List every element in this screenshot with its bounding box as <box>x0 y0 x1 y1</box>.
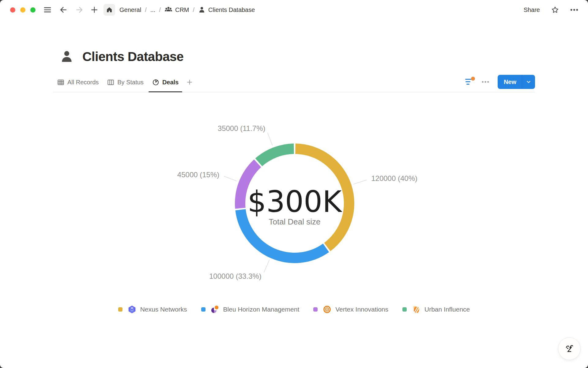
breadcrumb-ellipsis[interactable]: ... <box>150 6 156 13</box>
tab-by-status[interactable]: By Status <box>103 75 148 92</box>
page-options-button[interactable] <box>570 5 579 14</box>
breadcrumb-separator: / <box>145 6 147 13</box>
page-title[interactable]: Clients Database <box>82 49 183 64</box>
legend-swatch <box>201 307 205 312</box>
plus-icon <box>186 79 193 86</box>
favorite-button[interactable] <box>551 6 559 14</box>
sidebar-menu-button[interactable] <box>43 5 52 14</box>
legend-label: Vertex Innovations <box>335 306 388 313</box>
urban-influence-logo-icon <box>412 305 420 314</box>
filter-active-dot <box>471 77 475 81</box>
arrow-right-icon <box>75 5 84 14</box>
new-record-split-button: New <box>498 75 535 89</box>
breadcrumb-label: Clients Database <box>208 6 255 13</box>
window-topbar: General / ... / CRM / Clients Database S… <box>0 0 588 20</box>
legend-item-bleu-horizon-management[interactable]: Bleu Horizon Management <box>201 305 300 314</box>
view-tabs-bar: All Records By Status Deals <box>53 74 535 92</box>
breadcrumb-separator: / <box>159 6 161 13</box>
legend-label: Urban Influence <box>424 306 470 313</box>
breadcrumb-item-clients-database[interactable]: Clients Database <box>198 6 255 13</box>
home-icon <box>106 6 113 13</box>
slice-leader-line <box>264 260 270 273</box>
page-title-row: Clients Database <box>53 48 535 66</box>
plus-icon <box>90 6 99 14</box>
person-icon <box>198 6 205 13</box>
add-view-button[interactable] <box>183 74 196 92</box>
arrow-left-icon <box>59 5 68 14</box>
slice-leader-line <box>224 176 237 181</box>
people-icon <box>164 6 172 14</box>
ai-face-icon <box>563 343 575 355</box>
legend-label: Nexus Networks <box>140 306 187 313</box>
filter-sort-button[interactable] <box>465 78 474 86</box>
maximize-window-button[interactable] <box>30 7 36 13</box>
donut-segment-vertex-innovations[interactable] <box>235 159 261 209</box>
new-page-button[interactable] <box>90 6 99 14</box>
tab-label: Deals <box>162 79 179 86</box>
breadcrumb-label: CRM <box>175 6 189 13</box>
filter-icon-bar <box>466 84 469 85</box>
chart-legend: Nexus Networks Bleu Horizon Management V… <box>0 305 588 314</box>
new-record-button[interactable]: New <box>498 75 522 89</box>
legend-swatch <box>313 307 318 312</box>
legend-item-nexus-networks[interactable]: Nexus Networks <box>118 305 187 314</box>
breadcrumb-separator: / <box>193 6 195 13</box>
board-icon <box>107 79 114 86</box>
notion-ai-button[interactable] <box>558 337 581 360</box>
nexus-networks-logo-icon <box>128 305 136 314</box>
bleu-horizon-logo-icon <box>211 305 219 314</box>
more-dots-icon <box>481 78 490 86</box>
slice-value-label: 35000 (11.7%) <box>218 124 266 132</box>
donut-segment-nexus-networks[interactable] <box>295 144 354 251</box>
chart-center-label: Total Deal size <box>269 217 320 226</box>
chart-center-value: $300K <box>247 185 342 219</box>
filter-icon-bar <box>466 81 470 82</box>
topbar-actions: Share <box>524 5 579 14</box>
legend-label: Bleu Horizon Management <box>223 306 300 313</box>
tab-label: All Records <box>67 79 99 86</box>
slice-leader-line <box>353 180 367 184</box>
share-button[interactable]: Share <box>524 6 540 13</box>
view-controls: New <box>465 75 535 91</box>
window-controls <box>10 7 36 13</box>
donut-segment-bleu-horizon-management[interactable] <box>235 209 329 263</box>
pie-chart-icon <box>152 79 159 86</box>
tab-all-records[interactable]: All Records <box>53 75 103 92</box>
slice-value-label: 100000 (33.3%) <box>209 272 262 280</box>
legend-swatch <box>402 307 407 312</box>
new-record-dropdown-button[interactable] <box>522 75 535 89</box>
tab-label: By Status <box>117 79 144 86</box>
legend-item-urban-influence[interactable]: Urban Influence <box>402 305 470 314</box>
legend-swatch <box>118 307 123 312</box>
table-icon <box>57 79 64 86</box>
legend-item-vertex-innovations[interactable]: Vertex Innovations <box>313 305 388 314</box>
breadcrumb-item-general[interactable]: General <box>119 6 141 13</box>
donut-segment-urban-influence[interactable] <box>255 144 294 166</box>
breadcrumb-item-crm[interactable]: CRM <box>164 6 189 14</box>
page-icon-person[interactable] <box>60 50 74 64</box>
home-button[interactable] <box>104 4 115 16</box>
forward-button[interactable] <box>75 5 84 14</box>
tab-deals[interactable]: Deals <box>148 75 183 92</box>
slice-value-label: 120000 (40%) <box>371 174 417 182</box>
vertex-innovations-logo-icon <box>323 305 331 314</box>
back-button[interactable] <box>59 5 68 14</box>
app-window: General / ... / CRM / Clients Database S… <box>0 0 588 368</box>
slice-value-label: 45000 (15%) <box>177 171 219 179</box>
page-content: Clients Database All Records By Status D… <box>53 48 535 92</box>
hamburger-icon <box>43 5 52 14</box>
minimize-window-button[interactable] <box>20 7 25 13</box>
view-options-button[interactable] <box>481 78 490 86</box>
slice-leader-line <box>268 132 273 145</box>
star-icon <box>551 6 559 14</box>
close-window-button[interactable] <box>10 7 15 13</box>
chevron-down-icon <box>526 79 532 85</box>
breadcrumb: General / ... / CRM / Clients Database <box>119 6 255 14</box>
more-dots-icon <box>570 5 579 14</box>
